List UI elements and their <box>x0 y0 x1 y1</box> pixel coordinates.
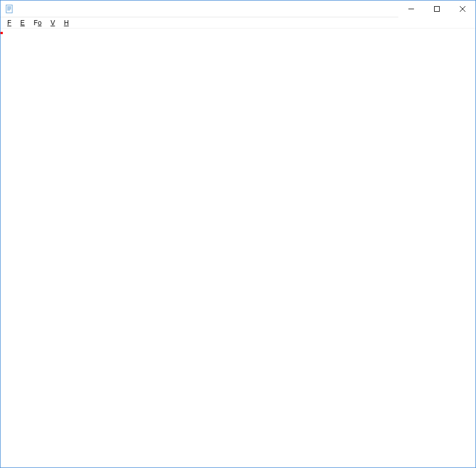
minimize-button[interactable] <box>398 1 424 17</box>
menu-file[interactable]: F <box>3 18 16 28</box>
svg-rect-6 <box>435 7 440 12</box>
menu-format[interactable]: Fo <box>29 18 46 28</box>
window-controls <box>398 1 475 17</box>
highlight-annotation <box>1 32 3 34</box>
titlebar <box>1 1 475 17</box>
menu-view[interactable]: V <box>46 18 59 28</box>
menu-edit[interactable]: E <box>16 18 29 28</box>
menubar: F E Fo V H <box>1 17 475 29</box>
menu-help[interactable]: H <box>59 18 73 28</box>
maximize-button[interactable] <box>424 1 450 17</box>
notepad-icon <box>5 4 14 13</box>
text-area[interactable] <box>1 29 475 32</box>
close-button[interactable] <box>450 1 475 17</box>
